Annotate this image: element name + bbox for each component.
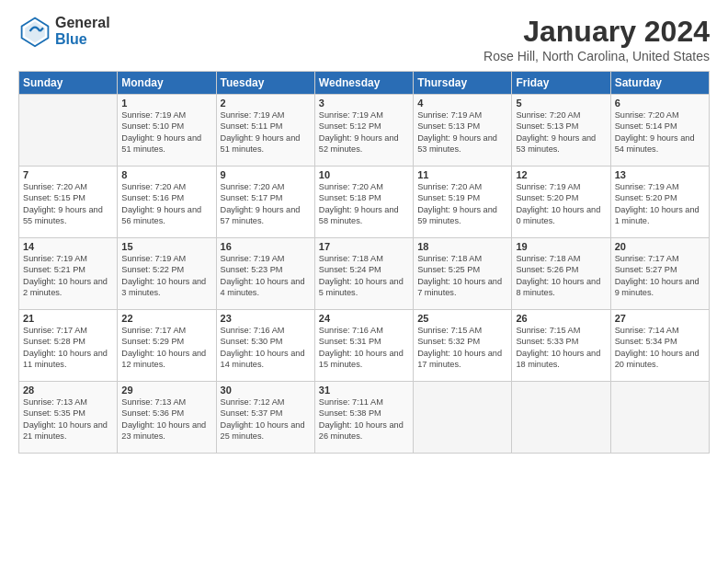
- day-info: Sunrise: 7:13 AMSunset: 5:36 PMDaylight:…: [121, 396, 211, 442]
- week-row-2: 7Sunrise: 7:20 AMSunset: 5:15 PMDaylight…: [19, 167, 710, 238]
- day-number: 14: [23, 241, 113, 252]
- day-number: 5: [516, 98, 606, 109]
- day-cell: 28Sunrise: 7:13 AMSunset: 5:35 PMDayligh…: [19, 382, 118, 454]
- day-cell: 21Sunrise: 7:17 AMSunset: 5:28 PMDayligh…: [19, 310, 118, 382]
- day-number: 1: [121, 98, 211, 109]
- day-number: 9: [221, 169, 311, 180]
- header-row: SundayMondayTuesdayWednesdayThursdayFrid…: [19, 72, 710, 95]
- day-info: Sunrise: 7:19 AMSunset: 5:13 PMDaylight:…: [417, 109, 507, 155]
- day-cell: 3Sunrise: 7:19 AMSunset: 5:12 PMDaylight…: [314, 95, 413, 167]
- day-cell: 8Sunrise: 7:20 AMSunset: 5:16 PMDaylight…: [118, 167, 216, 238]
- day-info: Sunrise: 7:20 AMSunset: 5:15 PMDaylight:…: [23, 181, 113, 227]
- day-info: Sunrise: 7:20 AMSunset: 5:16 PMDaylight:…: [121, 181, 211, 227]
- day-number: 7: [23, 169, 113, 180]
- day-info: Sunrise: 7:12 AMSunset: 5:37 PMDaylight:…: [221, 396, 311, 442]
- day-info: Sunrise: 7:15 AMSunset: 5:33 PMDaylight:…: [516, 325, 606, 371]
- logo-icon: [18, 15, 51, 48]
- day-info: Sunrise: 7:19 AMSunset: 5:20 PMDaylight:…: [615, 181, 705, 227]
- day-number: 18: [417, 241, 507, 252]
- week-row-3: 14Sunrise: 7:19 AMSunset: 5:21 PMDayligh…: [19, 238, 710, 310]
- week-row-1: 1Sunrise: 7:19 AMSunset: 5:10 PMDaylight…: [19, 95, 710, 167]
- day-number: 29: [121, 385, 211, 396]
- day-cell: 15Sunrise: 7:19 AMSunset: 5:22 PMDayligh…: [118, 238, 216, 310]
- day-number: 16: [221, 241, 311, 252]
- day-number: 8: [121, 169, 211, 180]
- day-number: 30: [221, 385, 311, 396]
- day-info: Sunrise: 7:18 AMSunset: 5:24 PMDaylight:…: [319, 253, 409, 299]
- day-info: Sunrise: 7:16 AMSunset: 5:30 PMDaylight:…: [221, 325, 311, 371]
- day-cell: 7Sunrise: 7:20 AMSunset: 5:15 PMDaylight…: [19, 167, 118, 238]
- day-cell: 14Sunrise: 7:19 AMSunset: 5:21 PMDayligh…: [19, 238, 118, 310]
- day-info: Sunrise: 7:16 AMSunset: 5:31 PMDaylight:…: [319, 325, 409, 371]
- day-info: Sunrise: 7:18 AMSunset: 5:25 PMDaylight:…: [417, 253, 507, 299]
- day-cell: 6Sunrise: 7:20 AMSunset: 5:14 PMDaylight…: [610, 95, 709, 167]
- header-cell-wednesday: Wednesday: [314, 72, 413, 95]
- day-info: Sunrise: 7:17 AMSunset: 5:27 PMDaylight:…: [615, 253, 705, 299]
- day-number: 20: [615, 241, 705, 252]
- day-number: 15: [121, 241, 211, 252]
- day-info: Sunrise: 7:19 AMSunset: 5:21 PMDaylight:…: [23, 253, 113, 299]
- day-number: 26: [516, 313, 606, 324]
- day-info: Sunrise: 7:14 AMSunset: 5:34 PMDaylight:…: [615, 325, 705, 371]
- header-cell-monday: Monday: [118, 72, 216, 95]
- day-number: 19: [516, 241, 606, 252]
- day-number: 23: [221, 313, 311, 324]
- day-number: 17: [319, 241, 409, 252]
- calendar-subtitle: Rose Hill, North Carolina, United States: [483, 49, 710, 63]
- day-number: 31: [319, 385, 409, 396]
- day-info: Sunrise: 7:20 AMSunset: 5:13 PMDaylight:…: [516, 109, 606, 155]
- day-cell: 9Sunrise: 7:20 AMSunset: 5:17 PMDaylight…: [216, 167, 314, 238]
- day-cell: 10Sunrise: 7:20 AMSunset: 5:18 PMDayligh…: [314, 167, 413, 238]
- day-number: 2: [221, 98, 311, 109]
- day-number: 11: [417, 169, 507, 180]
- day-cell: 31Sunrise: 7:11 AMSunset: 5:38 PMDayligh…: [314, 382, 413, 454]
- day-info: Sunrise: 7:13 AMSunset: 5:35 PMDaylight:…: [23, 396, 113, 442]
- day-number: 10: [319, 169, 409, 180]
- logo-general: General: [55, 15, 110, 31]
- day-info: Sunrise: 7:19 AMSunset: 5:23 PMDaylight:…: [221, 253, 311, 299]
- day-number: 24: [319, 313, 409, 324]
- day-cell: 26Sunrise: 7:15 AMSunset: 5:33 PMDayligh…: [512, 310, 610, 382]
- day-info: Sunrise: 7:19 AMSunset: 5:11 PMDaylight:…: [221, 109, 311, 155]
- day-cell: 24Sunrise: 7:16 AMSunset: 5:31 PMDayligh…: [314, 310, 413, 382]
- day-cell: 5Sunrise: 7:20 AMSunset: 5:13 PMDaylight…: [512, 95, 610, 167]
- day-cell: 30Sunrise: 7:12 AMSunset: 5:37 PMDayligh…: [216, 382, 314, 454]
- day-number: 6: [615, 98, 705, 109]
- day-info: Sunrise: 7:20 AMSunset: 5:18 PMDaylight:…: [319, 181, 409, 227]
- header-cell-thursday: Thursday: [414, 72, 512, 95]
- day-info: Sunrise: 7:11 AMSunset: 5:38 PMDaylight:…: [319, 396, 409, 442]
- header-cell-friday: Friday: [512, 72, 610, 95]
- day-number: 13: [615, 169, 705, 180]
- header-cell-saturday: Saturday: [610, 72, 709, 95]
- day-cell: [414, 382, 512, 454]
- day-cell: 18Sunrise: 7:18 AMSunset: 5:25 PMDayligh…: [414, 238, 512, 310]
- day-info: Sunrise: 7:20 AMSunset: 5:17 PMDaylight:…: [221, 181, 311, 227]
- header: General Blue January 2024 Rose Hill, Nor…: [18, 15, 710, 63]
- day-cell: 22Sunrise: 7:17 AMSunset: 5:29 PMDayligh…: [118, 310, 216, 382]
- day-cell: [512, 382, 610, 454]
- day-number: 22: [121, 313, 211, 324]
- day-cell: [610, 382, 709, 454]
- week-row-4: 21Sunrise: 7:17 AMSunset: 5:28 PMDayligh…: [19, 310, 710, 382]
- day-info: Sunrise: 7:15 AMSunset: 5:32 PMDaylight:…: [417, 325, 507, 371]
- calendar-table: SundayMondayTuesdayWednesdayThursdayFrid…: [18, 71, 710, 454]
- day-number: 4: [417, 98, 507, 109]
- day-cell: 12Sunrise: 7:19 AMSunset: 5:20 PMDayligh…: [512, 167, 610, 238]
- calendar-title: January 2024: [483, 15, 710, 49]
- day-cell: 19Sunrise: 7:18 AMSunset: 5:26 PMDayligh…: [512, 238, 610, 310]
- header-cell-tuesday: Tuesday: [216, 72, 314, 95]
- logo: General Blue: [18, 15, 110, 48]
- day-info: Sunrise: 7:20 AMSunset: 5:19 PMDaylight:…: [417, 181, 507, 227]
- day-info: Sunrise: 7:19 AMSunset: 5:10 PMDaylight:…: [121, 109, 211, 155]
- day-cell: 17Sunrise: 7:18 AMSunset: 5:24 PMDayligh…: [314, 238, 413, 310]
- day-info: Sunrise: 7:17 AMSunset: 5:28 PMDaylight:…: [23, 325, 113, 371]
- day-info: Sunrise: 7:19 AMSunset: 5:12 PMDaylight:…: [319, 109, 409, 155]
- day-info: Sunrise: 7:17 AMSunset: 5:29 PMDaylight:…: [121, 325, 211, 371]
- day-cell: 27Sunrise: 7:14 AMSunset: 5:34 PMDayligh…: [610, 310, 709, 382]
- title-block: January 2024 Rose Hill, North Carolina, …: [483, 15, 710, 63]
- day-cell: 29Sunrise: 7:13 AMSunset: 5:36 PMDayligh…: [118, 382, 216, 454]
- day-number: 21: [23, 313, 113, 324]
- day-cell: 25Sunrise: 7:15 AMSunset: 5:32 PMDayligh…: [414, 310, 512, 382]
- day-number: 3: [319, 98, 409, 109]
- day-number: 25: [417, 313, 507, 324]
